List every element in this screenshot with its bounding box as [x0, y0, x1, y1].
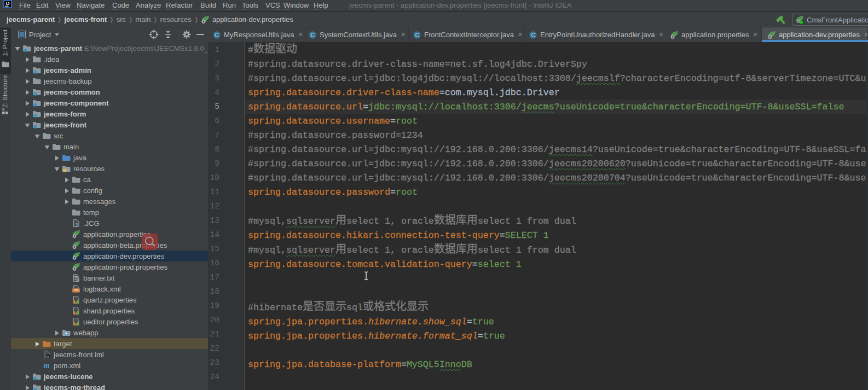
svg-text:C: C — [310, 32, 314, 38]
svg-text:C: C — [415, 32, 419, 38]
svg-text:?: ? — [75, 222, 78, 228]
svg-text:IJ: IJ — [6, 1, 10, 6]
svg-text:C: C — [531, 32, 535, 38]
svg-text:m: m — [44, 362, 50, 370]
svg-text:<>: <> — [74, 288, 79, 293]
svg-text:C: C — [215, 32, 218, 38]
